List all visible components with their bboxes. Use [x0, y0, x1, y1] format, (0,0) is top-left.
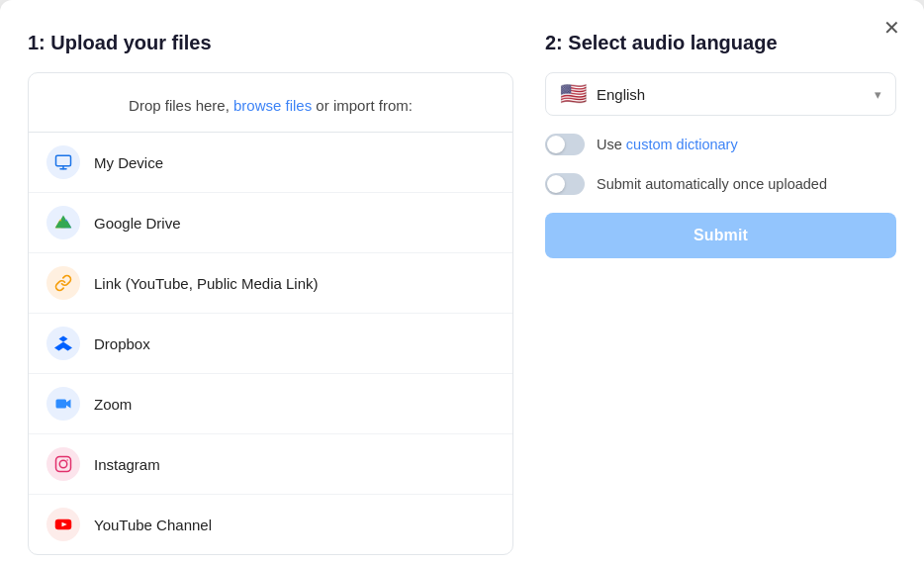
left-panel: 1: Upload your files Drop files here, br…	[28, 32, 513, 555]
custom-dictionary-row: Use custom dictionary	[545, 134, 896, 155]
svg-rect-10	[56, 457, 71, 472]
svg-rect-0	[56, 155, 71, 166]
right-panel: 2: Select audio language 🇺🇸 English ▾ Us…	[545, 32, 896, 555]
youtube-icon	[46, 508, 80, 541]
auto-submit-label: Submit automatically once uploaded	[597, 176, 827, 192]
instagram-icon	[46, 447, 80, 481]
close-button[interactable]: ✕	[878, 14, 906, 42]
source-list: My DeviceGoogle DriveLink (YouTube, Publ…	[29, 133, 512, 554]
submit-button[interactable]: Submit	[545, 213, 896, 258]
source-item-link[interactable]: Link (YouTube, Public Media Link)	[29, 253, 512, 314]
youtube-label: YouTube Channel	[94, 517, 212, 533]
instagram-label: Instagram	[94, 456, 160, 473]
custom-dictionary-link[interactable]: custom dictionary	[626, 137, 738, 152]
zoom-icon	[46, 387, 80, 421]
source-item-instagram[interactable]: Instagram	[29, 434, 512, 495]
language-name: English	[597, 86, 875, 103]
device-label: My Device	[94, 154, 163, 171]
language-flag: 🇺🇸	[560, 83, 587, 105]
svg-marker-9	[66, 400, 71, 409]
auto-submit-row: Submit automatically once uploaded	[545, 173, 896, 195]
link-label: Link (YouTube, Public Media Link)	[94, 275, 319, 292]
chevron-down-icon: ▾	[875, 87, 881, 102]
source-item-gdrive[interactable]: Google Drive	[29, 193, 512, 253]
drop-text-before: Drop files here,	[129, 97, 233, 114]
source-item-device[interactable]: My Device	[29, 133, 512, 193]
upload-box: Drop files here, browse files or import …	[28, 72, 513, 555]
source-item-youtube[interactable]: YouTube Channel	[29, 495, 512, 554]
svg-rect-8	[56, 400, 67, 409]
browse-files-link[interactable]: browse files	[233, 97, 312, 114]
language-selector[interactable]: 🇺🇸 English ▾	[545, 72, 896, 116]
dropbox-label: Dropbox	[94, 335, 150, 352]
upload-modal: ✕ 1: Upload your files Drop files here, …	[0, 0, 924, 566]
svg-point-11	[59, 460, 67, 468]
right-panel-title: 2: Select audio language	[545, 32, 896, 54]
gdrive-icon	[46, 206, 80, 239]
gdrive-label: Google Drive	[94, 215, 181, 232]
dict-label-before: Use	[597, 137, 626, 152]
custom-dictionary-label: Use custom dictionary	[597, 137, 738, 152]
svg-point-12	[66, 459, 68, 461]
svg-marker-7	[55, 221, 72, 228]
drop-text-after: or import from:	[312, 97, 413, 114]
dropbox-icon	[46, 327, 80, 360]
custom-dictionary-toggle[interactable]	[545, 134, 585, 155]
drop-zone[interactable]: Drop files here, browse files or import …	[29, 73, 512, 133]
left-panel-title: 1: Upload your files	[28, 32, 513, 54]
source-item-zoom[interactable]: Zoom	[29, 374, 512, 434]
link-icon	[46, 266, 80, 300]
source-item-dropbox[interactable]: Dropbox	[29, 314, 512, 374]
zoom-label: Zoom	[94, 396, 132, 413]
auto-submit-toggle[interactable]	[545, 173, 585, 195]
device-icon	[46, 145, 80, 179]
